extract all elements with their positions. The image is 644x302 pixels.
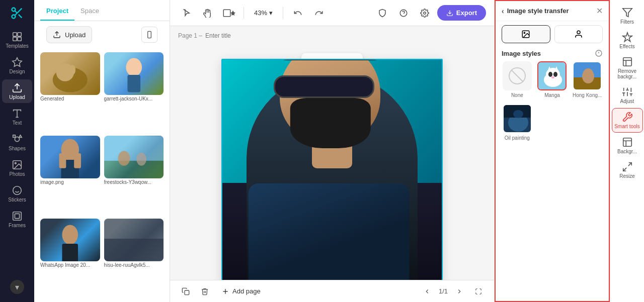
style-panel-inner: ‹ Image style transfer ✕ Image styles [495, 0, 610, 302]
tool-item-background[interactable]: Backgr... [612, 134, 643, 157]
sidebar-item-stickers[interactable]: Stickers [2, 182, 32, 206]
media-thumbnail [104, 52, 164, 95]
manga-thumbnail [538, 62, 566, 89]
tool-item-effects[interactable]: Effects [612, 29, 643, 52]
canvas-copy-btn[interactable] [178, 284, 193, 299]
svg-rect-8 [18, 37, 21, 41]
sidebar-item-upload[interactable]: Upload [2, 79, 32, 103]
sidebar-item-frames[interactable]: Frames [2, 208, 32, 231]
toolbar-divider-2 [283, 7, 283, 19]
svg-point-1 [12, 15, 16, 19]
page-title-input[interactable] [205, 32, 281, 39]
tool-item-resize-label: Resize [619, 173, 635, 179]
filters-icon [622, 7, 633, 18]
svg-rect-7 [13, 37, 17, 41]
list-item[interactable]: Added image.png [40, 136, 100, 215]
select-tool-btn[interactable] [178, 5, 195, 22]
mobile-upload-icon[interactable] [141, 27, 157, 43]
list-item[interactable]: Generated [40, 52, 100, 132]
svg-point-85 [513, 110, 523, 118]
sidebar-item-frames-label: Frames [9, 223, 26, 228]
svg-rect-44 [223, 10, 230, 17]
sidebar-item-templates[interactable]: Templates [2, 28, 32, 52]
remove-bg-icon [622, 56, 633, 67]
page-label: Page 1 – [178, 32, 281, 39]
style-label-none: None [511, 92, 523, 98]
list-item[interactable]: hisu-lee-ruuAgvlk5... [104, 219, 164, 298]
tool-item-background-label: Backgr... [617, 149, 637, 154]
tool-item-adjust-label: Adjust [620, 98, 634, 104]
svg-point-77 [551, 76, 554, 78]
toolbar: 43% ▾ Export [170, 0, 494, 26]
svg-rect-37 [104, 161, 164, 178]
canvas-frame[interactable] [221, 59, 443, 285]
hand-tool-btn[interactable] [199, 5, 216, 22]
sidebar-item-design[interactable]: Design [2, 54, 32, 77]
undo-btn[interactable] [289, 5, 306, 22]
style-item-manga[interactable]: Manga [537, 61, 568, 98]
list-item[interactable]: Added garrett-jackson-UKx... [104, 52, 164, 132]
tool-item-adjust[interactable]: Adjust [612, 83, 643, 107]
add-page-btn[interactable]: Add page [216, 284, 266, 298]
app-logo [8, 4, 26, 22]
style-thumb-manga [537, 61, 567, 90]
sidebar-item-shapes-label: Shapes [9, 146, 26, 151]
style-item-hong-kong[interactable]: Hong Kong... [572, 61, 603, 98]
redo-btn[interactable] [310, 5, 328, 22]
media-panel-tabs: Project Space [34, 0, 170, 21]
svg-line-3 [19, 15, 22, 18]
style-label-oil-painting: Oil painting [505, 135, 530, 141]
next-page-btn[interactable] [452, 284, 467, 299]
sidebar-item-templates-label: Templates [6, 43, 29, 49]
style-panel-title: Image style transfer [507, 7, 569, 15]
media-item-label: Generated [40, 95, 100, 103]
help-btn[interactable] [395, 5, 412, 22]
media-thumbnail [104, 136, 164, 178]
sidebar-item-photos[interactable]: Photos [2, 156, 32, 180]
fullscreen-btn[interactable] [471, 284, 486, 299]
list-item[interactable]: Added WhatsApp Image 20... [40, 219, 100, 298]
media-item-label: hisu-lee-ruuAgvlk5... [104, 261, 164, 269]
tool-item-resize[interactable]: Resize [612, 158, 643, 182]
settings-btn[interactable] [416, 5, 433, 22]
sidebar-item-text-label: Text [13, 120, 22, 126]
tool-item-smart-tools[interactable]: Smart tools [612, 108, 643, 133]
frame-tool-btn[interactable] [220, 5, 237, 22]
sidebar-item-photos-label: Photos [9, 171, 25, 177]
style-item-oil-painting[interactable]: Oil painting [502, 104, 533, 141]
upload-row: Upload [34, 21, 170, 48]
back-btn[interactable]: ‹ [502, 7, 504, 15]
svg-rect-34 [59, 153, 66, 168]
person-icon [574, 30, 583, 39]
zoom-control[interactable]: 43% ▾ [250, 7, 277, 19]
prev-page-btn[interactable] [420, 284, 435, 299]
media-item-label: freestocks-Y3wqow... [104, 178, 164, 186]
close-icon[interactable]: ✕ [596, 6, 603, 16]
svg-line-99 [623, 168, 626, 171]
tab-project[interactable]: Project [40, 0, 74, 21]
sidebar-item-text[interactable]: Text [2, 105, 32, 129]
style-tab-image[interactable] [502, 25, 550, 43]
svg-point-31 [127, 58, 141, 72]
svg-point-76 [553, 72, 557, 77]
tab-space[interactable]: Space [74, 0, 105, 21]
style-thumb-oil-painting [503, 104, 532, 133]
export-button[interactable]: Export [437, 5, 486, 21]
canvas-delete-btn[interactable] [197, 284, 212, 299]
sidebar-expand-btn[interactable]: ▾ [10, 280, 24, 294]
list-item[interactable]: freestocks-Y3wqow... [104, 136, 164, 215]
style-tab-face[interactable] [554, 25, 603, 43]
tool-item-filters[interactable]: Filters [612, 4, 643, 28]
svg-marker-86 [622, 9, 631, 17]
shield-btn[interactable] [374, 5, 391, 22]
left-sidebar: Templates Design Upload Text Shapes Phot… [0, 0, 34, 302]
upload-button[interactable]: Upload [46, 26, 92, 43]
style-grid: None [496, 61, 609, 104]
sidebar-item-shapes[interactable]: Shapes [2, 131, 32, 154]
tool-item-remove-bg[interactable]: Remove backgr... [612, 53, 643, 82]
page-nav: 1/1 [420, 284, 486, 299]
style-item-none[interactable]: None [502, 61, 533, 98]
smart-tools-icon [622, 112, 633, 123]
canvas-image [222, 60, 442, 284]
media-thumbnail [40, 219, 100, 261]
